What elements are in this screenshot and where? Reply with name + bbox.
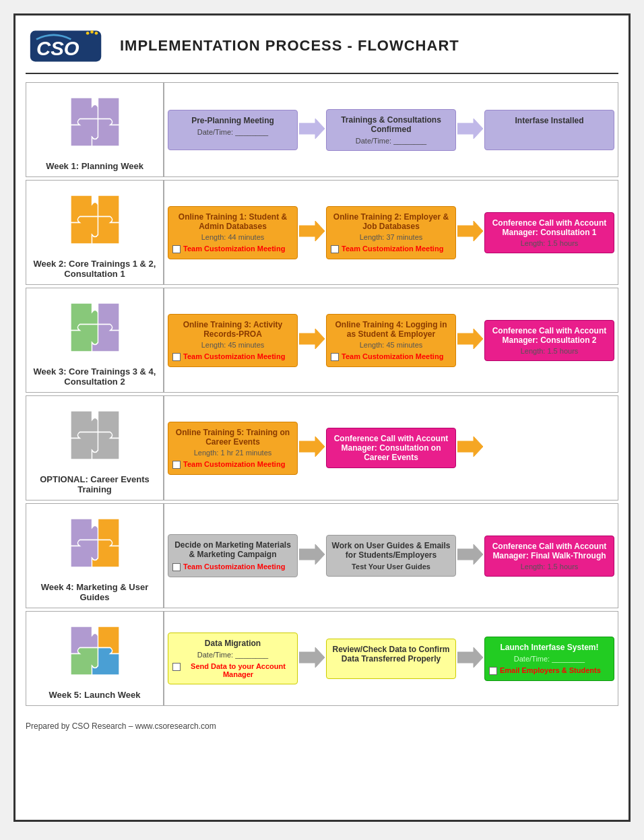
cso-logo: CSO <box>29 26 103 66</box>
inner-row: Week 1: Planning Week Pre-Planning Meeti… <box>26 82 618 177</box>
svg-marker-14 <box>457 544 483 564</box>
flow-column: Online Training 3: Activity Records-PROA… <box>164 288 618 393</box>
box-title: Conference Call with Account Manager: Co… <box>489 326 610 345</box>
flow-block: Online Training 2: Employer & Job Databa… <box>326 206 456 259</box>
checkbox-row: Email Employers & Students <box>489 666 610 675</box>
flow-box: Work on User Guides & Emails for Student… <box>326 535 456 577</box>
checkbox[interactable] <box>172 353 181 361</box>
box-title: Online Training 5: Training on Career Ev… <box>172 428 293 447</box>
box-title: Decide on Marketing Materials & Marketin… <box>172 540 293 559</box>
flow-box: Conference Call with Account Manager: Co… <box>326 428 456 468</box>
row-row6: Week 5: Launch Week Data Migration Date/… <box>26 611 618 706</box>
arrow-icon <box>299 543 325 566</box>
flow-block: Data Migration Date/Time: ________ Send … <box>168 633 298 684</box>
flow-block: Conference Call with Account Manager: Co… <box>484 320 614 361</box>
box-title: Conference Call with Account Manager: Fi… <box>489 542 610 560</box>
week-cell: Week 3: Core Trainings 3 & 4, Consultati… <box>26 288 164 393</box>
puzzle-icon <box>65 88 125 156</box>
checkbox[interactable] <box>172 663 181 671</box>
flow-flex: Pre-Planning Meeting Date/Time: ________… <box>168 109 614 151</box>
arrow-icon <box>299 435 325 458</box>
flow-column: Online Training 5: Training on Career Ev… <box>164 395 618 500</box>
flow-box: Conference Call with Account Manager: Co… <box>484 320 614 361</box>
flow-block: Trainings & Consultations Confirmed Date… <box>326 109 456 151</box>
svg-marker-10 <box>457 329 483 349</box>
checkbox[interactable] <box>172 563 181 571</box>
flow-box: Online Training 1: Student & Admin Datab… <box>168 206 298 259</box>
inner-row: Week 3: Core Trainings 3 & 4, Consultati… <box>26 288 618 393</box>
flow-arrow <box>299 543 325 569</box>
flow-block: Conference Call with Account Manager: Co… <box>484 212 614 253</box>
flow-column: Online Training 1: Student & Admin Datab… <box>164 180 618 285</box>
flow-block: Online Training 4: Logging in as Student… <box>326 314 456 367</box>
svg-point-1 <box>86 32 90 35</box>
flow-arrow <box>299 117 325 143</box>
svg-point-3 <box>95 32 98 35</box>
arrow-icon <box>299 220 325 243</box>
flow-arrow <box>457 327 483 353</box>
flow-arrow <box>299 646 325 672</box>
svg-marker-16 <box>457 647 483 668</box>
arrow-icon <box>457 435 483 458</box>
box-subtitle: Test Your User Guides <box>331 562 451 571</box>
box-title: Data Migration <box>172 639 293 648</box>
week-label: Week 2: Core Trainings 1 & 2, Consultati… <box>32 259 158 279</box>
box-length: Length: 37 minutes <box>331 233 451 241</box>
flowchart: Week 1: Planning Week Pre-Planning Meeti… <box>26 82 618 706</box>
box-title: Review/Check Data to Confirm Data Transf… <box>331 645 451 664</box>
checkbox[interactable] <box>172 461 181 469</box>
flow-block: Online Training 1: Student & Admin Datab… <box>168 206 298 259</box>
week-cell: Week 2: Core Trainings 1 & 2, Consultati… <box>26 180 164 285</box>
row-row5: Week 4: Marketing & User Guides Decide o… <box>26 503 618 608</box>
flow-box: Online Training 3: Activity Records-PROA… <box>168 314 298 367</box>
checkbox-label: Team Customization Meeting <box>342 352 443 360</box>
page-title: IMPLEMENTATION PROCESS - FLOWCHART <box>120 37 459 55</box>
header: CSO IMPLEMENTATION PROCESS - FLOWCHART <box>26 26 618 74</box>
puzzle-icon <box>65 509 125 577</box>
flow-block: Online Training 3: Activity Records-PROA… <box>168 314 298 367</box>
svg-marker-13 <box>299 544 325 564</box>
svg-marker-8 <box>457 221 483 241</box>
checkbox[interactable] <box>331 353 339 361</box>
flow-column: Pre-Planning Meeting Date/Time: ________… <box>164 82 618 177</box>
flow-block: Launch Interfase System! Date/Time: ____… <box>484 637 614 681</box>
flow-block: Interfase Installed <box>484 110 614 150</box>
checkbox-row: Team Customization Meeting <box>172 460 293 469</box>
flow-arrow <box>457 220 483 245</box>
checkbox-row: Team Customization Meeting <box>172 352 293 361</box>
svg-marker-11 <box>299 437 325 457</box>
flow-arrow-placeholder <box>457 435 483 461</box>
footer: Prepared by CSO Research – www.csoresear… <box>26 716 618 731</box>
arrow-icon <box>299 327 325 350</box>
box-length: Length: 45 minutes <box>331 341 451 349</box>
flow-box: Decide on Marketing Materials & Marketin… <box>168 534 298 577</box>
box-title: Work on User Guides & Emails for Student… <box>331 541 451 560</box>
date-line: Date/Time: ________ <box>331 137 451 145</box>
row-row3: Week 3: Core Trainings 3 & 4, Consultati… <box>26 288 618 393</box>
checkbox[interactable] <box>489 667 497 675</box>
date-line: Date/Time: ________ <box>172 651 293 659</box>
flow-flex: Data Migration Date/Time: ________ Send … <box>168 633 614 684</box>
checkbox-row: Team Customization Meeting <box>331 352 451 361</box>
week-label: Week 5: Launch Week <box>49 690 140 700</box>
week-label: OPTIONAL: Career Events Training <box>32 474 158 494</box>
flow-block: Online Training 5: Training on Career Ev… <box>168 422 298 475</box>
flow-flex: Online Training 5: Training on Career Ev… <box>168 422 614 475</box>
week-cell: Week 1: Planning Week <box>26 82 164 177</box>
arrow-icon <box>299 646 325 669</box>
puzzle-icon <box>65 401 125 469</box>
svg-marker-5 <box>299 119 325 139</box>
flow-block: Review/Check Data to Confirm Data Transf… <box>326 639 456 679</box>
date-line: Date/Time: ________ <box>489 655 610 663</box>
puzzle-icon <box>65 294 125 361</box>
flow-box: Data Migration Date/Time: ________ Send … <box>168 633 298 684</box>
box-length: Length: 44 minutes <box>172 233 293 241</box>
flow-flex: Online Training 1: Student & Admin Datab… <box>168 206 614 259</box>
svg-marker-7 <box>299 221 325 241</box>
checkbox[interactable] <box>331 245 339 253</box>
flow-arrow <box>299 220 325 245</box>
flow-box: Launch Interfase System! Date/Time: ____… <box>484 637 614 681</box>
checkbox-row: Team Customization Meeting <box>331 245 451 253</box>
flow-arrow <box>299 435 325 461</box>
checkbox[interactable] <box>172 245 181 253</box>
